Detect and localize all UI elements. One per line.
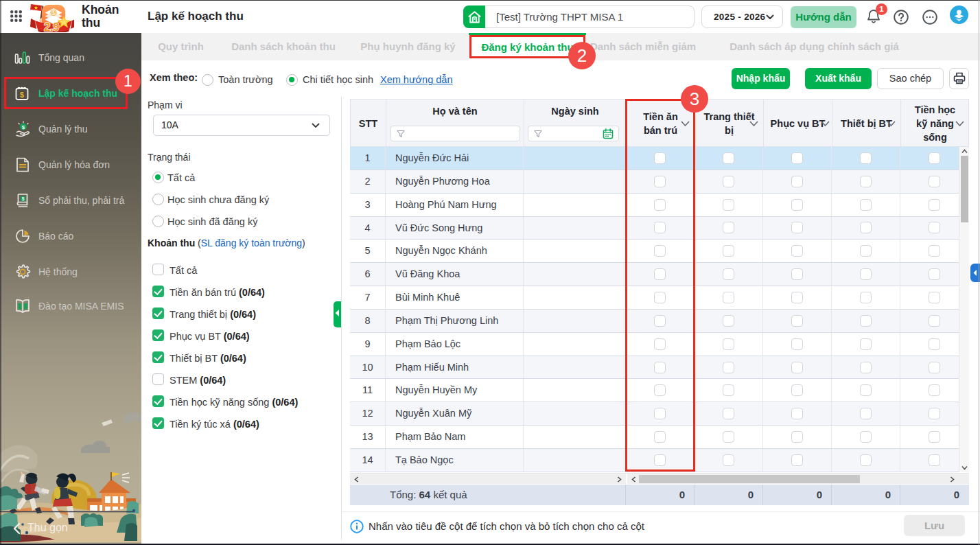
svg-text:$: $ (22, 124, 25, 130)
svg-text:$: $ (22, 196, 25, 202)
svg-text:2.9: 2.9 (44, 21, 59, 32)
svg-text:$: $ (52, 10, 55, 16)
